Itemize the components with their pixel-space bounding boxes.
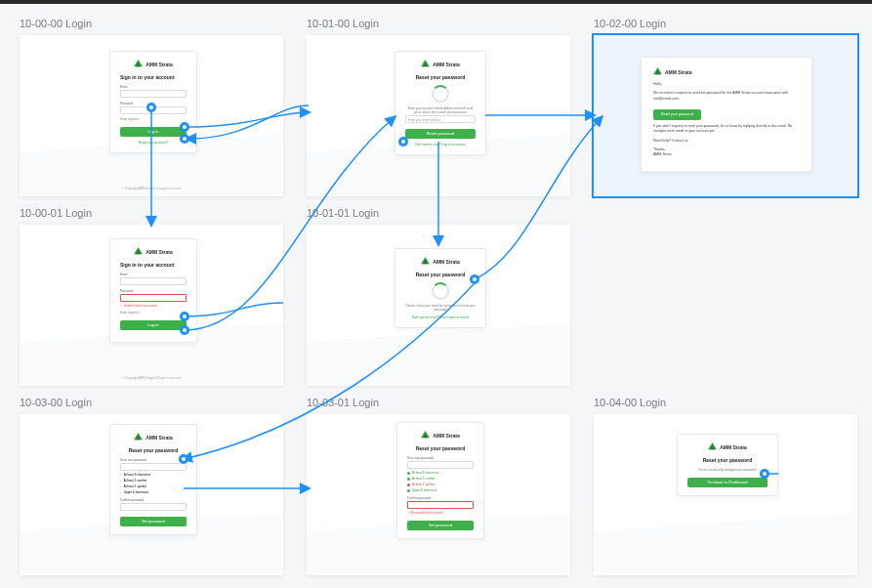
artboard-10-00-00[interactable]: 10-00-00 Login AMM Strata Sign in to you…	[20, 18, 283, 196]
confirm-password-field[interactable]	[120, 503, 187, 511]
rule-item: ○At least 8 characters	[120, 473, 187, 477]
email-label: Email	[120, 85, 187, 89]
artboard-10-01-00[interactable]: 10-01-00 Login AMM Strata Reset your pas…	[307, 18, 570, 196]
artboard-10-02-00[interactable]: 10-02-00 Login AMM Strata Hello, We rece…	[594, 18, 857, 196]
card-title: Sign in to your account	[120, 74, 187, 80]
artboard-label: 10-02-00 Login	[594, 18, 857, 29]
confirm-password-label: Confirm password	[407, 496, 474, 500]
email-body: Hello, We received a request to reset th…	[653, 82, 800, 157]
new-password-field[interactable]	[407, 461, 474, 469]
card-title: Reset your password	[405, 74, 476, 80]
rule-item: At least 8 characters	[407, 471, 474, 475]
desc-text: Enter your account's email address and w…	[405, 106, 476, 114]
reset-link-button[interactable]: Reset your password	[653, 109, 701, 120]
logo: AMM Strata	[120, 247, 187, 256]
keep-signed-in-checkbox[interactable]: Keep signed in	[120, 311, 187, 315]
artboard-10-00-01[interactable]: 10-00-01 Login AMM Strata Sign in to you…	[20, 207, 283, 386]
artboard-10-03-00[interactable]: 10-03-00 Login AMM Strata Reset your pas…	[20, 397, 283, 575]
spinner-icon	[432, 85, 449, 103]
card-title: Reset your password	[687, 457, 768, 463]
rule-item: ○At least 1 symbol	[120, 484, 187, 488]
rule-item: At least 1 number	[407, 477, 474, 481]
resend-link[interactable]: Didn't get the email? Check spam or rese…	[405, 315, 476, 319]
email-field[interactable]	[120, 90, 187, 98]
back-link[interactable]: Don't need to reset? Log in to continue	[405, 143, 476, 147]
artboard-10-04-00[interactable]: 10-04-00 Login AMM Strata Reset your pas…	[594, 397, 857, 575]
error-text: ⚠ Invalid email or password	[120, 304, 187, 308]
new-password-label: Set a new password	[120, 458, 187, 462]
rule-item: Upper & lowercase	[407, 488, 474, 492]
email-field[interactable]: Enter your email address	[405, 115, 476, 123]
password-field[interactable]	[120, 294, 187, 302]
success-text: You've successfully changed your passwor…	[687, 468, 768, 472]
set-password-button[interactable]: Set password	[407, 521, 474, 530]
login-button[interactable]: Log in	[120, 127, 187, 137]
rule-item: At least 1 symbol	[407, 483, 474, 486]
password-label: Password	[120, 289, 187, 293]
confirm-password-label: Confirm password	[120, 498, 187, 502]
error-text: ⚠ Passwords do not match	[407, 511, 474, 515]
artboard-label: 10-01-00 Login	[307, 18, 570, 29]
confirm-password-field[interactable]	[407, 501, 474, 509]
footer-text: © Copyright AMM Images & Login to accoun…	[20, 187, 283, 190]
login-button[interactable]: Log in	[120, 320, 187, 330]
forgot-link[interactable]: Forgot your password?	[120, 141, 187, 145]
logo: AMM Strata	[653, 67, 800, 76]
logo: AMM Strata	[120, 60, 187, 68]
spinner-icon	[432, 282, 449, 300]
logo: AMM Strata	[407, 431, 474, 440]
card-title: Reset your password	[407, 445, 474, 451]
email-label: Email	[120, 273, 187, 276]
artboard-label: 10-03-00 Login	[20, 397, 283, 408]
artboard-10-01-01[interactable]: 10-01-01 Login AMM Strata Reset your pas…	[307, 207, 570, 386]
artboard-label: 10-00-00 Login	[20, 18, 283, 29]
artboard-label: 10-04-00 Login	[594, 397, 857, 408]
card-title: Reset your password	[120, 447, 187, 453]
logo: AMM Strata	[120, 433, 187, 441]
set-password-button[interactable]: Set password	[120, 517, 187, 526]
rule-item: ○Upper & lowercase	[120, 490, 187, 494]
logo: AMM Strata	[405, 60, 476, 68]
logo: AMM Strata	[405, 257, 476, 266]
footer-text: © Copyright AMM Images & Login to accoun…	[20, 376, 283, 380]
card-title: Reset your password	[405, 272, 476, 277]
rule-item: ○At least 1 number	[120, 479, 187, 483]
password-label: Password	[120, 102, 187, 105]
continue-button[interactable]: Continue to Dashboard	[687, 478, 768, 487]
new-password-label: Set a new password	[407, 456, 474, 460]
desc-text: Thanks, check your email for instruction…	[405, 304, 476, 312]
artboard-label: 10-00-01 Login	[20, 207, 283, 219]
card-title: Sign in to your account	[120, 262, 187, 268]
logo: AMM Strata	[687, 442, 768, 451]
keep-signed-in-checkbox[interactable]: Keep signed in	[120, 117, 187, 121]
new-password-field[interactable]	[120, 463, 187, 471]
email-field[interactable]	[120, 277, 187, 285]
password-field[interactable]	[120, 106, 187, 114]
artboard-10-03-01[interactable]: 10-03-01 Login AMM Strata Reset your pas…	[307, 397, 570, 575]
artboard-label: 10-03-01 Login	[307, 397, 570, 408]
reset-button[interactable]: Reset password	[405, 129, 476, 139]
artboard-label: 10-01-01 Login	[307, 207, 570, 219]
